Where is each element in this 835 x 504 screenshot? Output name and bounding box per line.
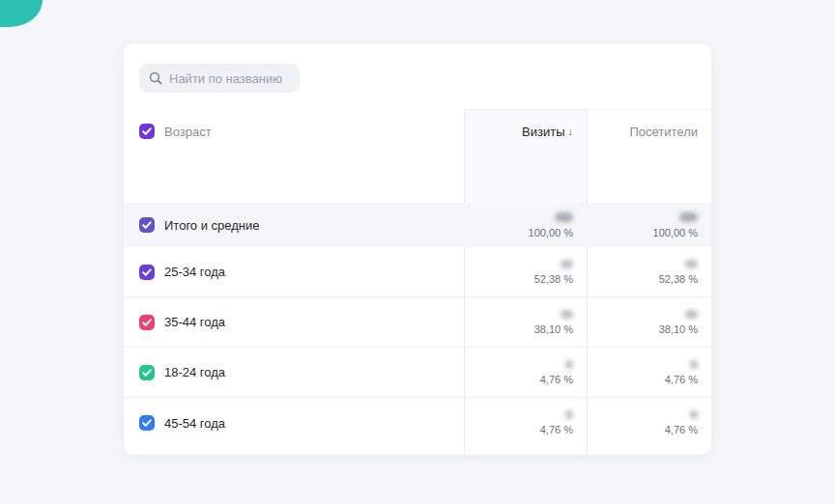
visitors-percent: 4,76 % xyxy=(665,424,698,435)
row-checkbox[interactable] xyxy=(139,415,155,431)
report-card: Возраст Визиты↓ Посетители Итого и средн… xyxy=(124,43,711,455)
blurred-value xyxy=(690,360,698,369)
check-icon xyxy=(139,217,155,233)
visitors-percent: 52,38 % xyxy=(659,273,698,285)
search-box[interactable] xyxy=(139,64,300,93)
row-name-cell: 45-54 года xyxy=(124,398,464,448)
row-label: 35-44 года xyxy=(164,315,225,329)
row-name-cell: 35-44 года xyxy=(124,297,464,347)
table-row[interactable]: Итого и средние 100,00 % 100,00 % xyxy=(124,203,711,247)
blurred-value xyxy=(685,260,698,268)
visitors-cell: 38,10 % xyxy=(587,297,711,347)
check-icon xyxy=(139,415,155,431)
blurred-value xyxy=(565,410,573,419)
visitors-cell: 4,76 % xyxy=(587,398,711,448)
row-checkbox[interactable] xyxy=(139,315,155,330)
visits-percent: 4,76 % xyxy=(540,374,573,385)
blurred-value xyxy=(555,212,573,222)
table-header: Возраст Визиты↓ Посетители xyxy=(124,109,711,203)
row-name-cell: 18-24 года xyxy=(124,348,464,397)
visits-percent: 4,76 % xyxy=(540,424,573,435)
visits-cell: 4,76 % xyxy=(464,348,587,397)
column-header-visits[interactable]: Визиты↓ xyxy=(464,125,573,139)
visits-percent: 38,10 % xyxy=(534,323,573,335)
table-row[interactable]: 25-34 года 52,38 % 52,38 % xyxy=(124,247,711,297)
dimension-header: Возраст xyxy=(139,124,212,139)
row-name-cell: 25-34 года xyxy=(124,247,464,296)
sort-descending-icon: ↓ xyxy=(568,126,574,137)
visits-cell: 52,38 % xyxy=(464,247,587,296)
check-icon xyxy=(139,265,155,280)
row-label: 25-34 года xyxy=(164,265,225,279)
row-name-cell: Итого и средние xyxy=(124,203,464,247)
data-table: Возраст Визиты↓ Посетители Итого и средн… xyxy=(124,109,711,455)
check-icon xyxy=(139,124,155,139)
blurred-value xyxy=(561,260,573,268)
visits-percent: 52,38 % xyxy=(534,273,573,285)
table-row[interactable]: 18-24 года 4,76 % 4,76 % xyxy=(124,348,711,398)
blurred-value xyxy=(565,360,573,369)
visits-cell: 38,10 % xyxy=(464,297,587,347)
visitors-cell: 4,76 % xyxy=(587,348,711,397)
blurred-value xyxy=(679,212,698,222)
row-label: Итого и средние xyxy=(164,218,259,233)
select-all-checkbox[interactable] xyxy=(139,124,155,139)
corner-decoration xyxy=(0,0,43,27)
table-row[interactable]: 45-54 года 4,76 % 4,76 % xyxy=(124,398,711,448)
blurred-value xyxy=(690,410,698,419)
row-label: 45-54 года xyxy=(164,416,225,431)
row-label: 18-24 года xyxy=(164,365,225,379)
column-header-visitors[interactable]: Посетители xyxy=(587,125,698,139)
visits-cell: 4,76 % xyxy=(464,398,587,448)
column-header-visitors-label: Посетители xyxy=(629,125,698,139)
dimension-label: Возраст xyxy=(164,125,212,139)
table-rows: Итого и средние 100,00 % 100,00 % 25-34 … xyxy=(124,203,711,448)
blurred-value xyxy=(685,310,698,319)
row-checkbox[interactable] xyxy=(139,365,155,380)
search-icon xyxy=(149,71,162,85)
blurred-value xyxy=(561,310,573,319)
column-header-visits-label: Визиты xyxy=(522,125,564,139)
visits-percent: 100,00 % xyxy=(529,227,573,238)
visitors-cell: 100,00 % xyxy=(587,203,711,247)
table-row[interactable]: 35-44 года 38,10 % 38,10 % xyxy=(124,297,711,348)
search-input[interactable] xyxy=(169,71,290,86)
row-checkbox[interactable] xyxy=(139,217,155,233)
row-checkbox[interactable] xyxy=(139,265,155,280)
visitors-cell: 52,38 % xyxy=(587,247,711,296)
check-icon xyxy=(139,315,155,330)
visitors-percent: 100,00 % xyxy=(653,227,698,238)
visitors-percent: 38,10 % xyxy=(659,323,698,335)
check-icon xyxy=(139,365,155,380)
page: { "corner_decoration": { "color": "#2bc1… xyxy=(0,0,835,504)
visits-cell: 100,00 % xyxy=(464,203,587,247)
visitors-percent: 4,76 % xyxy=(665,374,698,385)
